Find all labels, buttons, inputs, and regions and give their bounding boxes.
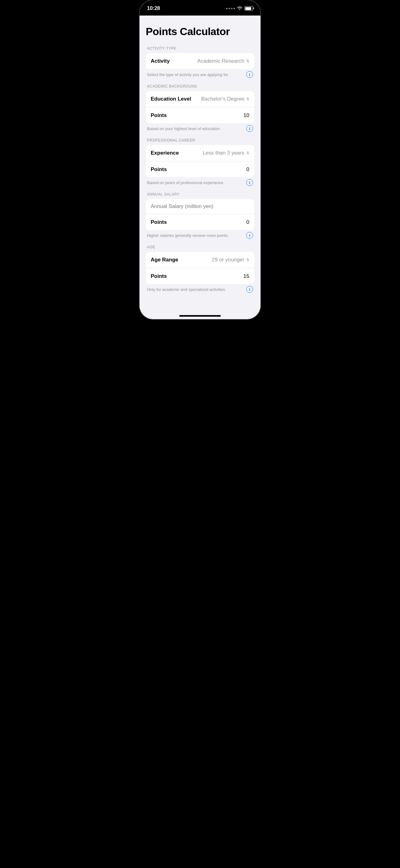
career-helper-text: Based on years of professional experienc… (147, 180, 244, 185)
section-annual-salary: ANNUAL SALARY Points 0 Higher salaries g… (146, 192, 254, 239)
home-bar (179, 315, 221, 317)
experience-row[interactable]: Experience Less than 3 years ⇅ (146, 145, 254, 161)
age-range-row[interactable]: Age Range 29 or younger ⇅ (146, 252, 254, 268)
education-level-chevron: ⇅ (246, 97, 249, 101)
age-helper-text: Only for academic and specialized activi… (147, 287, 244, 292)
activity-type-helper: Select the type of activity you are appl… (146, 71, 254, 78)
academic-helper-text: Based on your highest level of education… (147, 126, 244, 131)
activity-type-card: Activity Academic Research ⇅ (146, 53, 254, 69)
professional-career-card: Experience Less than 3 years ⇅ Points 0 (146, 145, 254, 177)
section-label-activity-type: ACTIVITY TYPE (147, 46, 254, 51)
activity-type-helper-text: Select the type of activity you are appl… (147, 72, 244, 77)
section-professional-career: PROFESSIONAL CAREER Experience Less than… (146, 138, 254, 186)
academic-info-icon[interactable]: i (246, 125, 253, 132)
signal-dot-4 (233, 8, 235, 9)
page-title: Points Calculator (146, 26, 254, 37)
phone-container: 10:28 Points Calculator ACTIVI (139, 0, 261, 319)
education-level-value[interactable]: Bachelor's Degree ⇅ (201, 96, 249, 102)
academic-background-card: Education Level Bachelor's Degree ⇅ Poin… (146, 91, 254, 123)
age-card: Age Range 29 or younger ⇅ Points 15 (146, 252, 254, 284)
activity-type-label: Activity (151, 58, 170, 64)
status-bar: 10:28 (139, 0, 261, 16)
home-indicator (139, 311, 261, 319)
salary-helper: Higher salaries generally receive more p… (146, 232, 254, 239)
career-points-value: 0 (246, 166, 249, 173)
career-helper: Based on years of professional experienc… (146, 179, 254, 186)
signal-dot-1 (226, 8, 228, 9)
age-info-icon[interactable]: i (246, 286, 253, 293)
experience-value[interactable]: Less than 3 years ⇅ (203, 150, 249, 156)
career-points-label: Points (151, 166, 167, 173)
nav-bar (139, 16, 261, 18)
salary-helper-text: Higher salaries generally receive more p… (147, 233, 244, 238)
status-icons (226, 6, 253, 11)
salary-info-icon[interactable]: i (246, 232, 253, 239)
battery-icon (244, 6, 253, 10)
age-points-row: Points 15 (146, 268, 254, 284)
experience-chevron: ⇅ (246, 151, 249, 155)
age-points-label: Points (151, 273, 167, 279)
activity-type-value[interactable]: Academic Research ⇅ (197, 58, 249, 64)
academic-helper: Based on your highest level of education… (146, 125, 254, 132)
battery-fill (245, 7, 252, 10)
section-label-career: PROFESSIONAL CAREER (147, 138, 254, 143)
salary-points-row: Points 0 (146, 214, 254, 230)
status-time: 10:28 (147, 5, 160, 11)
annual-salary-card: Points 0 (146, 199, 254, 230)
salary-points-label: Points (151, 219, 167, 225)
activity-type-chevron: ⇅ (246, 59, 249, 63)
section-label-age: AGE (147, 245, 254, 249)
academic-points-label: Points (151, 113, 167, 119)
education-level-row[interactable]: Education Level Bachelor's Degree ⇅ (146, 91, 254, 107)
education-level-label: Education Level (151, 96, 191, 102)
signal-dot-3 (231, 8, 233, 9)
section-age: AGE Age Range 29 or younger ⇅ Points 15 … (146, 245, 254, 293)
age-range-label: Age Range (151, 257, 178, 263)
age-range-chevron: ⇅ (246, 258, 249, 262)
wifi-icon (237, 6, 242, 11)
salary-points-value: 0 (246, 219, 249, 225)
career-points-row: Points 0 (146, 161, 254, 177)
section-label-academic: ACADEMIC BACKGROUND (147, 84, 254, 89)
career-info-icon[interactable]: i (246, 179, 253, 186)
age-points-value: 15 (243, 273, 249, 279)
academic-points-value: 10 (243, 113, 249, 119)
section-label-salary: ANNUAL SALARY (147, 192, 254, 196)
activity-type-row[interactable]: Activity Academic Research ⇅ (146, 53, 254, 69)
signal-dots (226, 8, 235, 9)
academic-points-row: Points 10 (146, 107, 254, 123)
experience-label: Experience (151, 150, 179, 156)
age-range-value[interactable]: 29 or younger ⇅ (212, 257, 249, 263)
salary-input[interactable] (146, 199, 254, 214)
section-academic-background: ACADEMIC BACKGROUND Education Level Bach… (146, 84, 254, 132)
section-activity-type: ACTIVITY TYPE Activity Academic Research… (146, 46, 254, 78)
signal-dot-2 (229, 8, 230, 9)
age-helper: Only for academic and specialized activi… (146, 286, 254, 293)
main-content: Points Calculator ACTIVITY TYPE Activity… (139, 18, 261, 311)
activity-type-info-icon[interactable]: i (246, 71, 253, 78)
